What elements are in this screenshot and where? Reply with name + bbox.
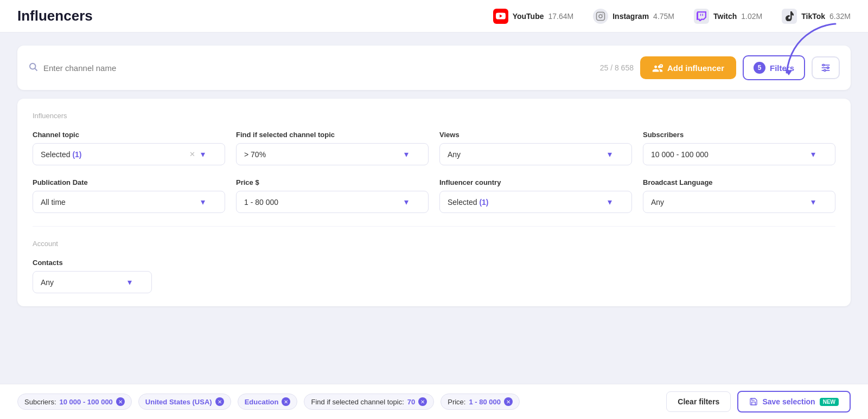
- tag-channel-topic-close[interactable]: ✕: [418, 397, 427, 406]
- twitch-count: 1.02M: [741, 12, 762, 21]
- tag-channel-topic-prefix: Find if selected channel topic:: [311, 398, 404, 406]
- channel-topic-select-wrapper[interactable]: Selected (1) ✕ ▾: [33, 143, 225, 165]
- country-chevron: ▾: [608, 197, 612, 207]
- tag-country-close[interactable]: ✕: [215, 397, 224, 406]
- channel-topic-value: Selected (1): [41, 150, 82, 159]
- filter-price: Price $ 1 - 80 000 ▾: [236, 178, 429, 213]
- price-value: 1 - 80 000: [244, 198, 278, 207]
- views-value: Any: [448, 150, 461, 159]
- bottom-bar: Subcriers: 10 000 - 100 000 ✕ United Sta…: [0, 384, 868, 419]
- svg-text:+: +: [660, 64, 662, 68]
- tag-subscribers-prefix: Subcriers:: [24, 398, 56, 406]
- contacts-label: Contacts: [33, 259, 152, 267]
- save-selection-label: Save selection: [762, 397, 815, 406]
- price-wrapper[interactable]: 1 - 80 000 ▾: [236, 191, 429, 213]
- channel-topic-label: Channel topic: [33, 131, 225, 139]
- price-label: Price $: [236, 178, 429, 186]
- save-selection-button[interactable]: Save selection NEW: [737, 391, 851, 412]
- twitch-name: Twitch: [713, 12, 737, 21]
- influencer-country-value: Selected (1): [448, 198, 489, 207]
- filter-broadcast-language: Broadcast Language Any ▾: [643, 178, 835, 213]
- top-bar: Influencers YouTube 17.64M Instagra: [0, 0, 868, 33]
- platform-twitch: Twitch 1.02M: [694, 9, 762, 24]
- search-icon: [28, 62, 38, 74]
- subscribers-chevron: ▾: [811, 149, 815, 159]
- publication-date-label: Publication Date: [33, 178, 225, 186]
- filter-views: Views Any ▾: [439, 131, 632, 165]
- twitch-icon: [694, 9, 709, 24]
- clear-filters-button[interactable]: Clear filters: [666, 391, 731, 412]
- instagram-count: 4.75M: [653, 12, 674, 21]
- tag-price-prefix: Price:: [448, 398, 465, 406]
- filter-subscribers: Subscribers 10 000 - 100 000 ▾: [643, 131, 835, 165]
- platform-youtube: YouTube 17.64M: [493, 9, 574, 24]
- youtube-icon: [493, 9, 508, 24]
- tag-subscribers-close[interactable]: ✕: [116, 397, 125, 406]
- search-input[interactable]: [43, 63, 595, 73]
- find-channel-topic-label: Find if selected channel topic: [236, 131, 429, 139]
- filter-row-1: Channel topic Selected (1) ✕ ▾ Find if s…: [33, 131, 835, 165]
- views-wrapper[interactable]: Any ▾: [439, 143, 632, 165]
- filter-contacts: Contacts Any ▾: [33, 259, 152, 293]
- add-influencer-label: Add influencer: [667, 63, 724, 73]
- contacts-wrapper[interactable]: Any ▾: [33, 271, 152, 293]
- tag-education-value: Education: [245, 398, 279, 406]
- publication-date-wrapper[interactable]: All time ▾: [33, 191, 225, 213]
- save-icon: [749, 397, 758, 406]
- add-influencer-button[interactable]: + Add influencer: [640, 56, 736, 79]
- broadcast-language-label: Broadcast Language: [643, 178, 835, 186]
- svg-point-4: [30, 63, 36, 69]
- tag-price: Price: 1 - 80 000 ✕: [441, 394, 520, 410]
- contacts-value: Any: [41, 278, 54, 287]
- price-chevron: ▾: [404, 197, 409, 207]
- pub-date-chevron: ▾: [201, 197, 205, 207]
- subscribers-label: Subscribers: [643, 131, 835, 139]
- filter-row-2: Publication Date All time ▾ Price $ 1 - …: [33, 178, 835, 213]
- find-channel-topic-value: > 70%: [244, 150, 266, 159]
- svg-rect-1: [597, 12, 605, 20]
- filter-channel-topic: Channel topic Selected (1) ✕ ▾: [33, 131, 225, 165]
- svg-marker-14: [784, 69, 792, 75]
- svg-point-3: [603, 14, 604, 15]
- search-wrapper: 25 / 8 658: [28, 62, 634, 74]
- clear-filters-label: Clear filters: [678, 397, 719, 406]
- instagram-icon: [593, 9, 608, 24]
- tag-subscribers: Subcriers: 10 000 - 100 000 ✕: [17, 394, 132, 410]
- search-toolbar: 25 / 8 658 + Add influencer 5 Filters: [17, 46, 851, 90]
- tag-channel-topic-find: Find if selected channel topic: 70 ✕: [304, 394, 434, 410]
- views-chevron: ▾: [608, 149, 612, 159]
- filters-count-badge: 5: [754, 62, 765, 74]
- broadcast-chevron: ▾: [811, 197, 815, 207]
- youtube-name: YouTube: [513, 12, 544, 21]
- filter-channel-topic-find: Find if selected channel topic > 70% ▾: [236, 131, 429, 165]
- tag-subscribers-value: 10 000 - 100 000: [60, 398, 113, 406]
- broadcast-language-value: Any: [651, 198, 664, 207]
- find-channel-chevron: ▾: [404, 149, 409, 159]
- influencer-country-wrapper[interactable]: Selected (1) ▾: [439, 191, 632, 213]
- main-content: 25 / 8 658 + Add influencer 5 Filters: [0, 33, 868, 350]
- account-section-label: Account: [33, 240, 835, 248]
- tag-education-close[interactable]: ✕: [282, 397, 290, 406]
- broadcast-language-wrapper[interactable]: Any ▾: [643, 191, 835, 213]
- instagram-name: Instagram: [612, 12, 649, 21]
- tag-channel-topic-value: 70: [407, 398, 415, 406]
- page-title: Influencers: [17, 8, 93, 24]
- section-divider: [33, 226, 835, 227]
- tag-price-value: 1 - 80 000: [469, 398, 501, 406]
- influencer-country-label: Influencer country: [439, 178, 632, 186]
- channel-topic-clear[interactable]: ✕: [189, 150, 195, 158]
- subscribers-wrapper[interactable]: 10 000 - 100 000 ▾: [643, 143, 835, 165]
- filter-influencer-country: Influencer country Selected (1) ▾: [439, 178, 632, 213]
- subscribers-value: 10 000 - 100 000: [651, 150, 709, 159]
- views-label: Views: [439, 131, 632, 139]
- influencers-section-label: Influencers: [33, 112, 835, 120]
- contacts-chevron: ▾: [127, 277, 132, 287]
- platform-instagram: Instagram 4.75M: [593, 9, 674, 24]
- tag-price-close[interactable]: ✕: [504, 397, 513, 406]
- tag-country: United States (USA) ✕: [138, 394, 231, 410]
- find-channel-topic-wrapper[interactable]: > 70% ▾: [236, 143, 429, 165]
- new-badge: NEW: [820, 398, 839, 406]
- svg-point-2: [599, 15, 602, 18]
- filter-publication-date: Publication Date All time ▾: [33, 178, 225, 213]
- filters-panel: Influencers Channel topic Selected (1) ✕…: [17, 99, 851, 306]
